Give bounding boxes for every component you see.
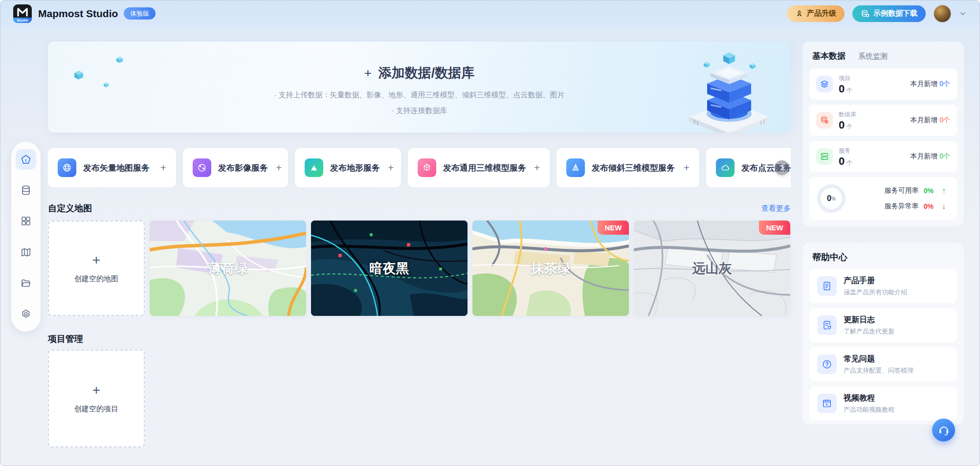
logo-m-icon [13, 5, 32, 19]
stat-label: 服务 [839, 147, 852, 155]
layers-icon [816, 76, 833, 92]
banner-title: 添加数据/数据库 [379, 64, 475, 82]
service-label: 发布地形服务 [330, 162, 380, 174]
scroll-right-button[interactable] [775, 160, 789, 175]
map-theme-label: 远山灰 [692, 260, 732, 277]
create-project-label: 创建空的项目 [74, 404, 118, 414]
plus-icon: + [92, 383, 100, 397]
help-item-desc: 了解产品迭代更新 [844, 327, 894, 336]
help-center-title: 帮助中心 [812, 251, 957, 263]
delta-label: 本月新增 [910, 152, 937, 160]
create-empty-project-card[interactable]: + 创建空的项目 [48, 350, 145, 447]
trend-down-icon: ↓ [938, 202, 949, 211]
server-icon [816, 148, 833, 165]
projects-title: 项目管理 [48, 333, 83, 345]
chevron-down-icon[interactable] [959, 10, 967, 18]
tab-system-monitor[interactable]: 系统监测 [858, 52, 888, 61]
sidebar-item-data[interactable] [16, 180, 36, 200]
plus-icon: + [92, 253, 100, 267]
globe-grid-icon [58, 158, 76, 177]
user-avatar[interactable] [934, 5, 951, 22]
rate-value: 0% [924, 187, 934, 195]
sample-data-download-label: 示例数据下载 [873, 9, 917, 18]
sidebar-item-apps[interactable] [16, 211, 36, 231]
error-rate-row: 服务异常率 0% ↓ [855, 202, 949, 211]
plus-icon: + [526, 162, 540, 174]
home-icon [21, 154, 31, 165]
plus-icon: + [268, 162, 282, 174]
point-cloud-icon [716, 158, 735, 177]
help-item-title: 视频教程 [844, 393, 894, 403]
sidebar-item-projects[interactable] [16, 273, 36, 293]
view-more-link[interactable]: 查看更多 [761, 204, 791, 213]
stat-value: 0 [839, 83, 845, 95]
stat-card-services: 服务 0个 本月新增 0个 [809, 141, 957, 172]
cube-3d-icon [418, 158, 436, 177]
rate-label: 服务可用率 [885, 186, 919, 195]
stat-unit: 个 [846, 87, 852, 94]
map-theme-card-mint[interactable]: 薄荷绿 [150, 221, 306, 316]
publish-imagery-service-card[interactable]: 发布影像服务 + [183, 148, 288, 187]
availability-ring: 0% [817, 184, 846, 213]
apps-grid-icon [21, 216, 31, 226]
stat-unit: 个 [846, 159, 852, 166]
publish-terrain-service-card[interactable]: 发布地形服务 + [295, 148, 401, 187]
ring-value: 0 [827, 194, 831, 203]
create-map-label: 创建空的地图 [74, 274, 118, 284]
map-theme-card-dark[interactable]: 暗夜黑 [311, 221, 468, 316]
plus-icon: + [153, 162, 166, 174]
sidebar-item-maps[interactable] [16, 242, 36, 263]
stat-card-databases: 数据库 0个 本月新增 0个 [809, 105, 957, 136]
stat-unit: 个 [846, 123, 852, 130]
new-badge: NEW [759, 221, 790, 235]
product-upgrade-button[interactable]: 产品升级 [787, 5, 845, 22]
terrain-icon [305, 158, 323, 177]
add-data-banner[interactable]: + 添加数据/数据库 · 支持上传数据：矢量数据、影像、地形、通用三维模型、倾斜… [48, 42, 791, 133]
help-item-manual[interactable]: 产品手册 涵盖产品所有功能介绍 [809, 269, 957, 303]
sidebar-item-home[interactable] [16, 149, 36, 170]
help-item-title: 更新日志 [844, 315, 894, 325]
customer-support-button[interactable] [932, 419, 955, 442]
sidebar-item-settings[interactable] [16, 304, 36, 324]
help-item-title: 产品手册 [844, 276, 907, 286]
projects-header: 项目管理 [48, 333, 791, 345]
tab-basic-data[interactable]: 基本数据 [812, 50, 846, 62]
rocket-icon [795, 9, 803, 18]
map-theme-card-matcha[interactable]: 抹茶绿 NEW [472, 221, 629, 316]
help-item-title: 常见问题 [844, 354, 913, 364]
create-empty-map-card[interactable]: + 创建空的地图 [48, 221, 145, 316]
product-upgrade-label: 产品升级 [807, 9, 836, 18]
map-theme-row: + 创建空的地图 薄荷绿 [48, 221, 790, 316]
sample-data-download-button[interactable]: 示例数据下载 [852, 5, 926, 22]
database-icon [21, 185, 31, 196]
help-item-faq[interactable]: 常见问题 产品支持配置、问答梳理 [809, 347, 957, 381]
map-theme-label: 抹茶绿 [531, 260, 571, 277]
service-label: 发布通用三维模型服务 [443, 162, 526, 174]
help-item-video[interactable]: 视频教程 产品功能视频教程 [809, 386, 957, 421]
stat-card-projects: 项目 0个 本月新增 0个 [809, 68, 957, 100]
delta-label: 本月新增 [910, 116, 937, 124]
publish-oblique-3d-model-service-card[interactable]: 发布倾斜三维模型服务 + [557, 148, 699, 187]
delta-value: 0个 [939, 80, 950, 88]
new-badge: NEW [598, 221, 629, 235]
service-label: 发布影像服务 [218, 162, 268, 174]
stat-value: 0 [839, 155, 845, 167]
map-theme-label: 薄荷绿 [208, 260, 248, 277]
availability-rate-row: 服务可用率 0% ↑ [855, 186, 949, 195]
database-stack-illustration [671, 48, 787, 133]
help-item-changelog[interactable]: 更新日志 了解产品迭代更新 [809, 308, 957, 342]
header: Studio Mapmost Studio 体验版 产品升级 [0, 0, 980, 26]
delta-value: 0个 [939, 152, 950, 160]
publish-vector-map-service-card[interactable]: 发布矢量地图服务 + [48, 148, 176, 187]
map-theme-card-gray[interactable]: 远山灰 NEW [634, 221, 790, 316]
plus-icon: + [364, 66, 372, 81]
stat-label: 项目 [839, 74, 852, 83]
ring-unit: % [831, 196, 836, 201]
publish-service-row: 发布矢量地图服务 + 发布影像服务 + 发布地形服务 + 发布通用三维模型服务 … [48, 148, 791, 187]
service-label: 发布倾斜三维模型服务 [592, 162, 675, 174]
publish-generic-3d-model-service-card[interactable]: 发布通用三维模型服务 + [408, 148, 550, 187]
stats-tabs: 基本数据 系统监测 [812, 50, 957, 62]
service-rate-card: 0% 服务可用率 0% ↑ 服务异常率 0% ↓ [809, 177, 957, 220]
help-item-desc: 产品支持配置、问答梳理 [844, 366, 913, 375]
map-theme-label: 暗夜黑 [370, 260, 409, 277]
